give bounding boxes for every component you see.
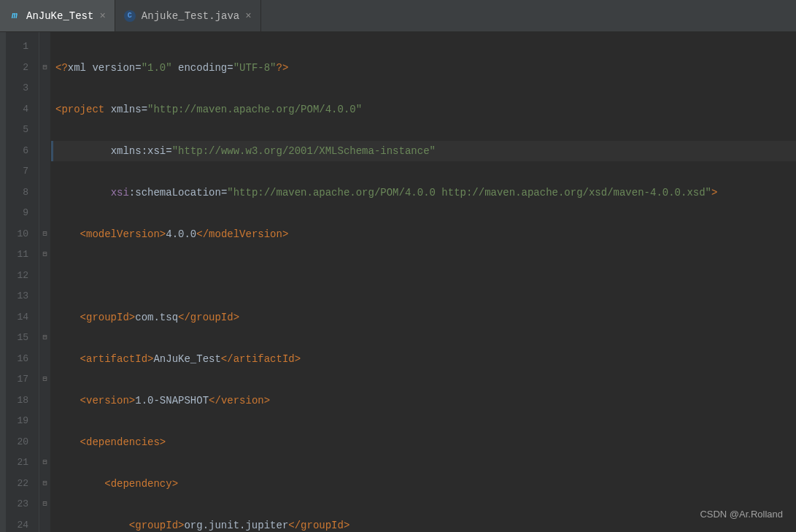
line-number[interactable]: 5 (6, 120, 28, 141)
line-number[interactable]: 15 (6, 328, 28, 349)
maven-icon: m (9, 10, 20, 22)
fold-toggle-icon[interactable]: ⊟ (39, 474, 50, 495)
line-number[interactable]: 21 (6, 452, 28, 474)
editor-tabs: m AnJuKe_Test × C Anjuke_Test.java × (0, 0, 796, 32)
fold-gutter[interactable]: ⊟ ⊟ ⊟ ⊟ ⊟ ⊟ ⊟ ⊟ (39, 32, 51, 532)
fold-toggle-icon[interactable]: ⊟ (39, 328, 50, 349)
fold-toggle-icon[interactable]: ⊟ (39, 369, 50, 390)
code-line[interactable]: <modelVersion>4.0.0</modelVersion> (55, 224, 796, 245)
code-line[interactable]: <dependency> (55, 474, 796, 495)
code-line[interactable]: xmlns:xsi="http://www.w3.org/2001/XMLSch… (51, 141, 796, 162)
line-number[interactable]: 20 (6, 432, 28, 453)
line-number[interactable]: 8 (6, 182, 28, 204)
line-number[interactable]: 24 (6, 515, 28, 533)
line-number[interactable]: 18 (6, 390, 28, 412)
line-number[interactable]: 12 (6, 266, 28, 287)
left-sidebar-edge (0, 32, 6, 532)
line-number[interactable]: 14 (6, 307, 28, 328)
line-number[interactable]: 2 (6, 58, 28, 79)
line-number[interactable]: 1 (6, 36, 28, 58)
close-icon[interactable]: × (99, 10, 105, 22)
line-number[interactable]: 23 (6, 494, 28, 515)
tab-label: Anjuke_Test.java (142, 10, 239, 22)
code-line[interactable]: <project xmlns="http://maven.apache.org/… (55, 99, 796, 120)
line-number[interactable]: 17 (6, 369, 28, 390)
code-line[interactable]: <artifactId>AnJuKe_Test</artifactId> (55, 349, 796, 370)
code-line[interactable] (55, 266, 796, 287)
watermark: CSDN @Ar.Rolland (700, 504, 783, 525)
line-number[interactable]: 4 (6, 99, 28, 120)
line-number[interactable]: 13 (6, 286, 28, 307)
code-line[interactable]: <?xml version="1.0" encoding="UTF-8"?> (55, 58, 796, 79)
code-line[interactable]: <dependencies> (55, 432, 796, 453)
code-line[interactable]: <groupId>org.junit.jupiter</groupId> (55, 515, 796, 533)
line-number[interactable]: 10 (6, 224, 28, 245)
editor: 123456789101112131415161718192021222324 … (0, 32, 796, 532)
code-line[interactable]: <groupId>com.tsq</groupId> (55, 307, 796, 328)
line-number-gutter[interactable]: 123456789101112131415161718192021222324 (6, 32, 39, 532)
code-line[interactable]: <version>1.0-SNAPSHOT</version> (55, 390, 796, 412)
line-number[interactable]: 11 (6, 244, 28, 266)
code-line[interactable]: xsi:schemaLocation="http://maven.apache.… (55, 182, 796, 204)
line-number[interactable]: 6 (6, 141, 28, 162)
fold-toggle-icon[interactable]: ⊟ (39, 224, 50, 245)
tab-anjuke-test-java[interactable]: C Anjuke_Test.java × (115, 0, 261, 31)
line-number[interactable]: 9 (6, 203, 28, 224)
tab-label: AnJuKe_Test (26, 10, 93, 22)
fold-toggle-icon[interactable]: ⊟ (39, 244, 50, 266)
line-number[interactable]: 3 (6, 78, 28, 99)
line-number[interactable]: 22 (6, 474, 28, 495)
java-class-icon: C (124, 10, 136, 22)
tab-anjuke-test-pom[interactable]: m AnJuKe_Test × (0, 0, 115, 31)
line-number[interactable]: 7 (6, 161, 28, 182)
fold-toggle-icon[interactable]: ⊟ (39, 494, 50, 515)
code-area[interactable]: <?xml version="1.0" encoding="UTF-8"?> <… (51, 32, 796, 532)
close-icon[interactable]: × (245, 10, 251, 22)
line-number[interactable]: 16 (6, 349, 28, 370)
line-number[interactable]: 19 (6, 411, 28, 432)
fold-toggle-icon[interactable]: ⊟ (39, 58, 50, 79)
fold-toggle-icon[interactable]: ⊟ (39, 452, 50, 474)
